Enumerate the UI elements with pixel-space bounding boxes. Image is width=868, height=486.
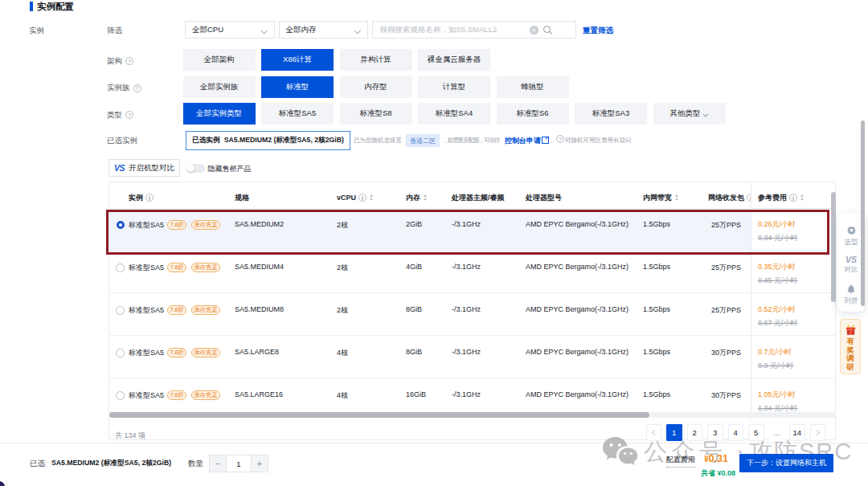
- row-radio[interactable]: [116, 263, 125, 272]
- pagination-page-3[interactable]: 3: [707, 424, 723, 441]
- discount-badge: 7.8折: [167, 390, 186, 400]
- section-label-instance: 实例: [29, 26, 44, 36]
- pagination-page-1[interactable]: 1: [666, 424, 682, 441]
- compare-button-label: 开启机型对比: [129, 163, 174, 174]
- info-icon[interactable]: i: [358, 194, 366, 202]
- memory-select[interactable]: 全部内存: [279, 21, 368, 39]
- table-row[interactable]: 标准型SA57.8折库存充足SA5.MEDIUM42核4GiB-/3.1GHzA…: [109, 251, 835, 293]
- row-divider: [751, 378, 829, 378]
- filter-option-arch-1[interactable]: X86计算: [261, 49, 334, 71]
- filter-option-arch-0[interactable]: 全部架构: [183, 49, 256, 71]
- quantity-plus-button[interactable]: +: [251, 455, 268, 472]
- filter-option-type-2[interactable]: 标准型S8: [340, 103, 412, 125]
- bell-icon: [846, 284, 856, 294]
- filter-option-arch-2[interactable]: 异构计算: [340, 49, 412, 71]
- zone-fee-question[interactable]: 对随机可用区费用有疑问: [565, 137, 632, 145]
- filter-row-label-text: 类型: [107, 110, 122, 120]
- pagination-next[interactable]: [810, 424, 826, 441]
- cell-bandwidth: 1.5Gbps: [643, 390, 670, 398]
- filter-option-label: 计算型: [443, 82, 466, 92]
- sort-icon[interactable]: [675, 194, 678, 201]
- discount-badge: 7.8折: [167, 263, 186, 272]
- column-header-label: 内网带宽: [643, 193, 672, 203]
- table-vscrollbar-thumb[interactable]: [831, 192, 836, 302]
- column-header-bw[interactable]: 内网带宽: [643, 185, 678, 210]
- cell-processor-model: AMD EPYC Bergamo(-/3.1GHz): [526, 305, 628, 313]
- fee-label[interactable]: 配置费用: [666, 455, 695, 468]
- survey-promo-label: 有奖调研: [846, 337, 854, 371]
- hide-soldout-toggle[interactable]: [186, 164, 205, 173]
- column-header-label: 参考费用: [758, 193, 787, 203]
- row-radio[interactable]: [116, 306, 125, 315]
- title-accent-bar: [30, 2, 33, 12]
- row-radio[interactable]: [116, 391, 125, 400]
- cell-vcpu: 2核: [337, 220, 348, 231]
- help-icon[interactable]: ?: [125, 57, 133, 65]
- filter-option-type-5[interactable]: 标准型SA3: [575, 103, 647, 125]
- filter-option-label: 裸金属云服务器: [428, 55, 481, 65]
- filter-option-family-0[interactable]: 全部实例族: [183, 76, 256, 98]
- sort-icon[interactable]: [370, 194, 373, 201]
- cell-pps: 25万PPS: [711, 220, 741, 231]
- cell-price-current: 0.35元/小时: [758, 262, 796, 272]
- row-radio[interactable]: [117, 221, 125, 229]
- table-row[interactable]: 标准型SA57.8折库存充足SA5.LARGE84核8GiB-/3.1GHzAM…: [109, 336, 835, 378]
- filter-option-family-4[interactable]: 蜂驰型: [497, 76, 569, 98]
- table-hscrollbar-thumb[interactable]: [109, 412, 649, 418]
- cell-pps: 25万PPS: [711, 305, 741, 316]
- filter-option-type-1[interactable]: 标准型SA5: [261, 103, 334, 125]
- pagination-page-5[interactable]: 5: [748, 424, 764, 441]
- row-radio[interactable]: [116, 349, 125, 357]
- column-header-vcpu[interactable]: vCPUi: [337, 185, 373, 210]
- quantity-label: 数量: [188, 459, 203, 469]
- info-icon[interactable]: i: [789, 194, 797, 202]
- search-icon[interactable]: [543, 26, 552, 35]
- info-icon[interactable]: i: [145, 194, 154, 202]
- help-icon[interactable]: ?: [125, 111, 133, 119]
- zone-note-text1: 已为您随机选择至: [354, 137, 402, 145]
- survey-promo-badge[interactable]: 有奖调研: [840, 319, 861, 374]
- quantity-value[interactable]: 1: [227, 455, 251, 472]
- column-header-label: 实例: [129, 193, 143, 203]
- filter-option-label: 内存型: [364, 82, 387, 92]
- filter-option-family-1[interactable]: 标准型: [261, 76, 334, 98]
- table-row[interactable]: 标准型SA57.8折库存充足SA5.MEDIUM82核8GiB-/3.1GHzA…: [109, 293, 835, 336]
- filter-option-type-4[interactable]: 标准型S6: [497, 103, 569, 125]
- pagination-prev[interactable]: [646, 424, 662, 441]
- clear-icon[interactable]: ✕: [530, 26, 538, 35]
- pagination-page-4[interactable]: 4: [728, 424, 744, 441]
- search-input[interactable]: 模糊搜索规格名称，如S5.SMALL2 ✕: [372, 21, 577, 39]
- cell-price-original: 0.45 元/小时: [758, 276, 798, 286]
- cell-instance-name: 标准型SA5: [129, 263, 164, 273]
- cpu-select[interactable]: 全部CPU: [185, 21, 275, 39]
- column-header-mem[interactable]: 内存: [406, 185, 427, 210]
- pagination-page-2[interactable]: 2: [687, 424, 703, 441]
- column-header-model: 处理器型号: [526, 185, 562, 210]
- quantity-minus-button[interactable]: −: [209, 455, 227, 472]
- help-icon[interactable]: ?: [133, 84, 141, 92]
- console-apply-link[interactable]: 控制台申请: [505, 136, 541, 146]
- instance-table: 实例i规格vCPUi内存处理器主频/睿频处理器型号内网带宽网络收发包i 标准型S…: [108, 182, 836, 440]
- filter-option-family-2[interactable]: 内存型: [340, 76, 412, 98]
- quantity-stepper: − 1 +: [209, 455, 268, 472]
- sort-icon[interactable]: [800, 194, 804, 201]
- compare-button[interactable]: VS 开启机型对比: [108, 159, 180, 177]
- pagination-page-14[interactable]: 14: [789, 424, 805, 441]
- column-header-price[interactable]: 参考费用i: [758, 185, 804, 210]
- selected-instance-box[interactable]: 已选实例 SA5.MEDIUM2 (标准型SA5, 2核2GiB): [186, 131, 350, 150]
- filter-option-type-0[interactable]: 全部实例类型: [183, 103, 256, 125]
- filter-option-arch-3[interactable]: 裸金属云服务器: [418, 49, 490, 71]
- cell-vcpu: 2核: [337, 305, 348, 316]
- table-row[interactable]: 标准型SA57.8折库存充足SA5.MEDIUM22核2GiB-/3.1GHzA…: [109, 208, 835, 251]
- cell-instance-name: 标准型SA5: [129, 348, 164, 358]
- fee-save: 共省 ¥0.08: [701, 468, 735, 479]
- next-step-button[interactable]: 下一步：设置网络和主机: [739, 454, 833, 472]
- filter-option-type-6[interactable]: 其他类型: [653, 103, 726, 125]
- filter-option-type-3[interactable]: 标准型SA4: [418, 103, 490, 125]
- question-icon[interactable]: ?: [556, 135, 564, 143]
- page-scrollbar-thumb[interactable]: [861, 120, 866, 306]
- vs-icon: VS: [845, 255, 857, 264]
- reset-filter-link[interactable]: 重置筛选: [583, 26, 613, 36]
- sort-icon[interactable]: [424, 194, 427, 201]
- filter-option-family-3[interactable]: 计算型: [418, 76, 490, 98]
